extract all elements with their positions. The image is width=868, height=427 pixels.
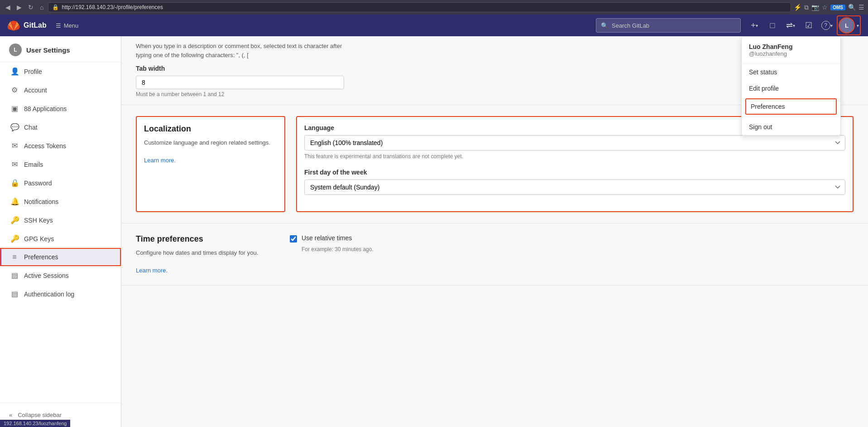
search-placeholder: Search GitLab — [612, 22, 649, 29]
time-preferences-section: Time preferences Configure how dates and… — [121, 223, 868, 286]
edit-profile-item[interactable]: Edit profile — [742, 80, 840, 97]
menu-label: Menu — [64, 22, 79, 29]
new-item-button[interactable]: + ▾ — [746, 17, 762, 34]
menu-button[interactable]: ☰ Menu — [52, 20, 82, 31]
user-avatar[interactable]: L — [839, 17, 855, 34]
sidebar-item-active-sessions[interactable]: ▤ Active Sessions — [0, 266, 121, 285]
sidebar-item-gpg-keys[interactable]: 🔑 GPG Keys — [0, 229, 121, 248]
account-icon: ⚙ — [10, 86, 19, 94]
search-bar[interactable]: 🔍 Search GitLab — [596, 18, 741, 33]
sidebar-item-label-access-tokens: Access Tokens — [24, 142, 66, 150]
localization-desc: Customize language and region related se… — [144, 138, 277, 148]
sidebar-item-chat[interactable]: 💬 Chat — [0, 118, 121, 136]
ssh-keys-icon: 🔑 — [10, 216, 19, 224]
chat-icon: 💬 — [10, 123, 19, 131]
sidebar-item-label-chat: Chat — [24, 124, 38, 131]
merge-icon: ⇌ — [786, 20, 793, 30]
forward-button[interactable]: ▶ — [15, 3, 24, 12]
screenshot-icon[interactable]: 📷 — [811, 4, 819, 11]
browser-search-icon[interactable]: 🔍 — [848, 4, 856, 11]
sidebar-header-label: User Settings — [26, 46, 70, 54]
autocomplete-description: When you type in a description or commen… — [136, 42, 353, 59]
gpg-keys-icon: 🔑 — [10, 234, 19, 243]
lightning-icon[interactable]: ⚡ — [794, 4, 801, 11]
hamburger-icon: ☰ — [56, 22, 61, 29]
notifications-icon: 🔔 — [10, 197, 19, 206]
first-day-form-group: First day of the week System default (Su… — [304, 169, 845, 195]
language-hint: This feature is experimental and transla… — [304, 153, 845, 160]
sidebar-item-access-tokens[interactable]: ✉ Access Tokens — [0, 136, 121, 155]
whiteboard-icon: □ — [770, 21, 775, 30]
merge-requests-button[interactable]: ⇌ ▾ — [782, 17, 799, 34]
sidebar-item-label-auth-log: Authentication log — [24, 291, 74, 298]
sidebar-avatar: L — [9, 44, 22, 56]
time-preferences-title: Time preferences — [136, 234, 279, 244]
sidebar-item-authentication-log[interactable]: ▤ Authentication log — [0, 285, 121, 303]
back-button[interactable]: ◀ — [4, 3, 12, 12]
first-day-label: First day of the week — [304, 169, 845, 176]
user-avatar-group[interactable]: L ▾ — [837, 15, 861, 35]
sidebar-item-account[interactable]: ⚙ Account — [0, 81, 121, 99]
sidebar-item-applications[interactable]: ▣ 88 Applications — [0, 99, 121, 118]
sidebar-item-label-password: Password — [24, 180, 52, 187]
status-bar-text: 192.168.140.23/luozhanfeng — [4, 421, 67, 426]
sidebar-item-profile[interactable]: 👤 Profile — [0, 62, 121, 81]
sidebar-item-preferences[interactable]: ≡ Preferences — [0, 248, 121, 266]
browser-actions: ⚡ ⧉ 📷 ☆ OMS 🔍 ☰ — [794, 4, 864, 11]
sidebar-item-label-emails: Emails — [24, 161, 43, 168]
applications-icon: ▣ — [10, 104, 19, 113]
auth-log-icon: ▤ — [10, 290, 19, 298]
avatar-dropdown-arrow: ▾ — [857, 23, 859, 28]
dropdown-divider — [742, 116, 840, 117]
localization-description-box: Localization Customize language and regi… — [136, 116, 285, 212]
gitlab-fox-icon — [7, 19, 20, 32]
gitlab-logo-text: GitLab — [24, 21, 47, 29]
time-preferences-desc: Configure how dates and times display fo… — [136, 248, 279, 258]
avatar-initials: L — [845, 22, 849, 29]
sidebar-item-label-preferences: Preferences — [24, 253, 58, 261]
status-bar: 192.168.140.23/luozhanfeng — [0, 420, 70, 427]
extensions-icon[interactable]: ⧉ — [804, 4, 809, 11]
active-sessions-icon: ▤ — [10, 271, 19, 280]
gitlab-header: GitLab ☰ Menu 🔍 Search GitLab + ▾ □ ⇌ ▾ … — [0, 15, 868, 36]
sidebar-item-emails[interactable]: ✉ Emails — [0, 155, 121, 174]
use-relative-times-checkbox[interactable] — [290, 235, 297, 243]
tab-width-input[interactable] — [136, 76, 344, 89]
todo-icon: ☑ — [805, 20, 812, 30]
preferences-dropdown-item[interactable]: Preferences — [745, 98, 837, 115]
url-bar[interactable]: 🔒 http://192.168.140.23/-/profile/prefer… — [48, 2, 791, 12]
main-layout: L User Settings 👤 Profile ⚙ Account ▣ 88… — [0, 36, 868, 427]
sidebar-item-ssh-keys[interactable]: 🔑 SSH Keys — [0, 211, 121, 229]
sidebar-item-label-notifications: Notifications — [24, 198, 58, 205]
access-tokens-icon: ✉ — [10, 141, 19, 150]
help-icon: ? — [821, 21, 830, 30]
lock-icon: 🔒 — [52, 4, 59, 10]
todo-button[interactable]: ☑ — [801, 17, 817, 34]
user-dropdown: Luo ZhanFeng @luozhanfeng Set status Edi… — [741, 36, 841, 136]
whiteboard-button[interactable]: □ — [764, 17, 781, 34]
search-icon: 🔍 — [601, 22, 608, 29]
sidebar-item-notifications[interactable]: 🔔 Notifications — [0, 192, 121, 211]
home-button[interactable]: ⌂ — [38, 3, 45, 12]
first-day-select[interactable]: System default (Sunday) — [304, 180, 845, 195]
collapse-sidebar-icon: « — [9, 412, 12, 418]
plus-icon: + — [751, 21, 756, 30]
browser-chrome: ◀ ▶ ↻ ⌂ 🔒 http://192.168.140.23/-/profil… — [0, 0, 868, 15]
merge-dropdown-icon: ▾ — [793, 23, 795, 28]
time-preferences-learn-more[interactable]: Learn more. — [136, 267, 168, 274]
gitlab-logo[interactable]: GitLab — [7, 19, 47, 32]
set-status-item[interactable]: Set status — [742, 64, 840, 80]
emails-icon: ✉ — [10, 160, 19, 169]
refresh-button[interactable]: ↻ — [26, 3, 35, 12]
sidebar-header: L User Settings — [0, 36, 121, 62]
browser-menu-icon[interactable]: ☰ — [858, 4, 864, 11]
sidebar-item-password[interactable]: 🔒 Password — [0, 174, 121, 192]
bookmark-icon[interactable]: ☆ — [822, 4, 828, 11]
sign-out-item[interactable]: Sign out — [742, 119, 840, 135]
sidebar-item-label-active-sessions: Active Sessions — [24, 272, 69, 279]
localization-learn-more[interactable]: Learn more. — [144, 157, 176, 164]
time-preferences-fields: Use relative times For example: 30 minut… — [290, 234, 854, 274]
help-button[interactable]: ? ▾ — [819, 17, 835, 34]
new-dropdown-icon: ▾ — [756, 23, 758, 28]
language-select[interactable]: English (100% translated) — [304, 135, 845, 150]
